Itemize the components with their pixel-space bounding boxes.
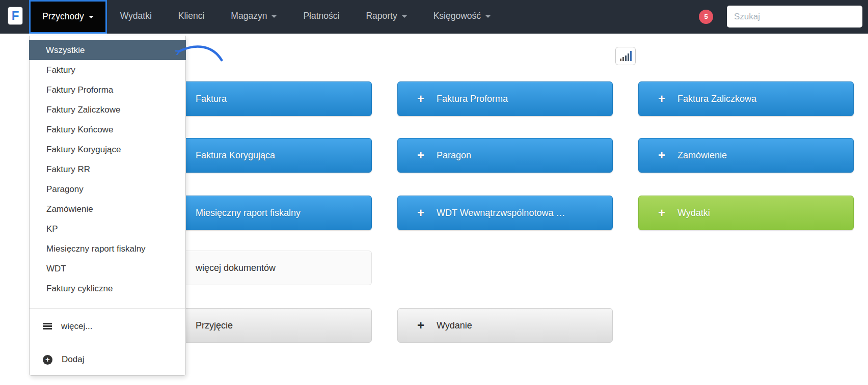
document-button-label: Faktura Proforma bbox=[437, 94, 508, 104]
nav-item[interactable]: Magazyn bbox=[218, 0, 290, 34]
dropdown-item[interactable]: Faktury Korygujące bbox=[30, 140, 185, 159]
document-button-label: Przyjęcie bbox=[196, 320, 233, 331]
plus-icon bbox=[658, 82, 665, 116]
search-input[interactable] bbox=[727, 6, 862, 28]
dropdown-item[interactable]: Faktury RR bbox=[30, 159, 185, 179]
dropdown-item[interactable]: KP bbox=[30, 219, 185, 239]
document-button-label: Zamówienie bbox=[677, 150, 727, 160]
plus-icon bbox=[417, 139, 424, 173]
document-button-label: Faktura Korygująca bbox=[196, 150, 275, 160]
document-button[interactable]: Faktura bbox=[156, 81, 372, 116]
nav-item-label: Płatności bbox=[303, 11, 339, 21]
document-button-label: więcej dokumentów bbox=[196, 263, 276, 273]
document-button[interactable]: Paragon bbox=[397, 138, 613, 173]
caret-down-icon bbox=[485, 15, 491, 18]
document-button[interactable]: Miesięczny raport fiskalny bbox=[156, 196, 372, 230]
dropdown-item-more[interactable]: więcej... bbox=[30, 309, 185, 344]
document-button[interactable]: Faktura Korygująca bbox=[156, 138, 372, 173]
document-button-label: Faktura bbox=[196, 94, 227, 104]
more-label: więcej... bbox=[61, 321, 92, 332]
notification-badge[interactable]: 5 bbox=[699, 10, 713, 24]
main-nav: Przychody Wydatki Klienci Magazyn Płatno… bbox=[29, 0, 504, 34]
caret-down-icon bbox=[402, 15, 407, 18]
caret-down-icon bbox=[89, 16, 94, 18]
top-navbar: F Przychody Wydatki Klienci Magazyn bbox=[0, 0, 868, 34]
plus-circle-icon bbox=[43, 355, 52, 365]
dropdown-item-list: Wszystkie Faktury Faktury Proforma Faktu… bbox=[30, 36, 185, 298]
dropdown-item-add[interactable]: Dodaj bbox=[30, 344, 185, 375]
document-button[interactable]: Wydanie bbox=[397, 308, 613, 343]
dropdown-item[interactable]: Faktury bbox=[30, 60, 185, 80]
nav-item[interactable]: Płatności bbox=[290, 0, 352, 34]
nav-item[interactable]: Przychody bbox=[29, 0, 107, 34]
nav-item-label: Klienci bbox=[178, 11, 205, 21]
przychody-dropdown-menu: Wszystkie Faktury Faktury Proforma Faktu… bbox=[29, 36, 186, 376]
nav-item-label: Magazyn bbox=[231, 11, 267, 21]
app-window: F Przychody Wydatki Klienci Magazyn bbox=[0, 0, 868, 385]
document-button[interactable]: WDT Wewnątrzwspólnotowa … bbox=[397, 196, 613, 230]
app-logo[interactable]: F bbox=[8, 7, 22, 24]
document-button[interactable]: Przyjęcie bbox=[156, 308, 372, 343]
nav-item-label: Raporty bbox=[366, 11, 397, 21]
plus-icon bbox=[417, 309, 424, 343]
document-button-label: WDT Wewnątrzwspólnotowa … bbox=[437, 208, 565, 218]
document-button-label: Miesięczny raport fiskalny bbox=[196, 208, 301, 218]
dropdown-item[interactable]: WDT bbox=[30, 259, 185, 279]
document-button[interactable]: więcej dokumentów bbox=[156, 251, 372, 285]
document-button-label: Faktura Zaliczkowa bbox=[677, 94, 756, 104]
dropdown-item[interactable]: Faktury Proforma bbox=[30, 80, 185, 100]
hamburger-icon bbox=[43, 325, 52, 327]
document-button[interactable]: Wydatki bbox=[638, 196, 854, 230]
dropdown-item[interactable]: Wszystkie bbox=[29, 40, 186, 60]
plus-icon bbox=[417, 196, 424, 230]
nav-item[interactable]: Raporty bbox=[352, 0, 420, 34]
nav-item-label: Przychody bbox=[42, 11, 84, 21]
document-button[interactable]: Faktura Proforma bbox=[397, 81, 613, 116]
nav-item[interactable]: Księgowość bbox=[420, 0, 504, 34]
bar-chart-icon bbox=[619, 50, 632, 62]
nav-item[interactable]: Klienci bbox=[165, 0, 218, 34]
plus-icon bbox=[658, 196, 665, 230]
document-button[interactable]: Faktura Zaliczkowa bbox=[638, 81, 854, 116]
dropdown-item[interactable]: Miesięczny raport fiskalny bbox=[30, 239, 185, 259]
dropdown-item[interactable]: Faktury Zaliczkowe bbox=[30, 100, 185, 120]
nav-item-label: Wydatki bbox=[120, 11, 152, 21]
document-button-label: Wydanie bbox=[437, 320, 472, 331]
dropdown-item[interactable]: Faktury cykliczne bbox=[30, 279, 185, 298]
dropdown-item[interactable]: Paragony bbox=[30, 179, 185, 199]
caret-down-icon bbox=[272, 15, 277, 18]
document-button[interactable]: Zamówienie bbox=[638, 138, 854, 173]
plus-icon bbox=[658, 139, 665, 173]
add-label: Dodaj bbox=[62, 354, 84, 365]
document-button-label: Wydatki bbox=[677, 208, 710, 218]
stats-chart-button[interactable] bbox=[615, 47, 636, 65]
nav-item[interactable]: Wydatki bbox=[107, 0, 165, 34]
nav-item-label: Księgowość bbox=[433, 11, 481, 21]
plus-icon bbox=[417, 82, 424, 116]
document-button-label: Paragon bbox=[437, 150, 471, 160]
dropdown-item[interactable]: Zamówienie bbox=[30, 199, 185, 219]
dropdown-item[interactable]: Faktury Końcowe bbox=[30, 120, 185, 140]
